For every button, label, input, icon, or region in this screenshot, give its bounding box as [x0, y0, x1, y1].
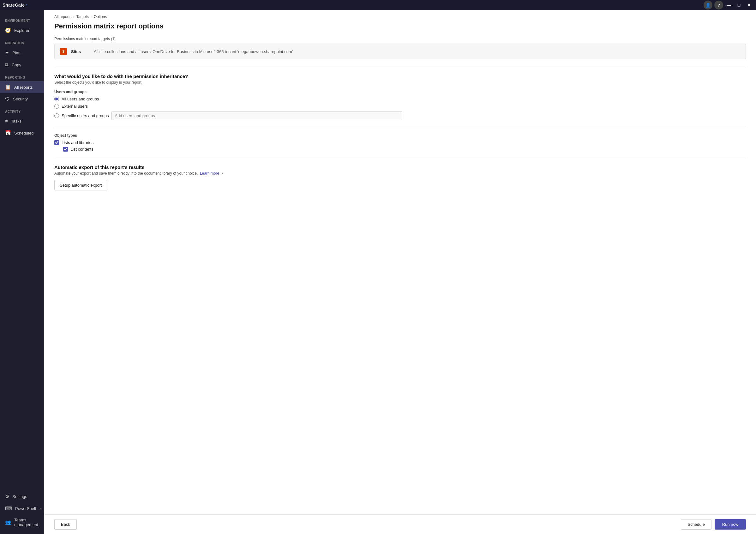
- schedule-button[interactable]: Schedule: [681, 519, 711, 530]
- radio-specific-row: Specific users and groups: [54, 111, 746, 120]
- tasks-icon: ≡: [5, 119, 8, 124]
- help-icon-btn[interactable]: ?: [714, 1, 723, 10]
- security-icon: 🛡: [5, 96, 10, 102]
- logo-text: ShareGate: [3, 3, 25, 8]
- breadcrumb-targets[interactable]: Targets: [76, 14, 89, 19]
- plan-icon: ✦: [5, 50, 9, 56]
- activity-section-label: Activity: [0, 105, 44, 115]
- radio-all-users-input[interactable]: [54, 97, 59, 101]
- settings-icon: ⚙: [5, 494, 9, 499]
- radio-specific-label: Specific users and groups: [62, 113, 109, 118]
- export-subtext: Automate your export and save them direc…: [54, 171, 746, 175]
- logo-dot: ·: [26, 2, 27, 9]
- run-now-button[interactable]: Run now: [715, 519, 746, 530]
- back-button[interactable]: Back: [54, 519, 77, 530]
- page-title: Permission matrix report options: [54, 22, 746, 30]
- office-icon-square: S: [60, 48, 67, 55]
- target-desc: All site collections and all users' OneD…: [94, 49, 293, 54]
- title-bar: ShareGate· 👤 ? — □ ✕: [0, 0, 756, 10]
- radio-all-users-label: All users and groups: [62, 97, 99, 101]
- breadcrumb-sep-1: ›: [73, 15, 74, 19]
- footer-right: Schedule Run now: [681, 519, 746, 530]
- footer: Back Schedule Run now: [44, 515, 756, 534]
- environment-section-label: Environment: [0, 14, 44, 24]
- sidebar-settings-label: Settings: [12, 494, 27, 499]
- add-users-input[interactable]: [112, 111, 402, 120]
- account-icon-btn[interactable]: 👤: [704, 1, 713, 10]
- breadcrumb: All reports › Targets › Options: [44, 10, 756, 22]
- sidebar-tasks-label: Tasks: [11, 119, 21, 123]
- title-bar-icons: 👤 ?: [704, 1, 723, 10]
- inheritance-subtext: Select the objects you'd like to display…: [54, 80, 746, 85]
- reporting-section-label: Reporting: [0, 71, 44, 81]
- checkbox-lists-label: Lists and libraries: [62, 140, 94, 145]
- sidebar-plan-label: Plan: [12, 50, 20, 55]
- object-types-label: Object types: [54, 133, 746, 138]
- restore-button[interactable]: □: [735, 1, 743, 10]
- close-button[interactable]: ✕: [744, 1, 753, 10]
- sidebar-powershell-label: PowerShell: [15, 506, 36, 511]
- breadcrumb-current: Options: [94, 14, 107, 19]
- radio-external-users[interactable]: External users: [54, 104, 746, 109]
- sidebar-bottom: ⚙ Settings ⌨ PowerShell ↗ 👥 Teams manage…: [0, 491, 44, 534]
- radio-specific-users[interactable]: Specific users and groups: [54, 113, 109, 118]
- radio-specific-input[interactable]: [54, 113, 59, 118]
- office-icon: S: [60, 48, 67, 55]
- sidebar-all-reports-label: All reports: [14, 85, 33, 90]
- scheduled-icon: 📅: [5, 130, 11, 136]
- divider-2: [54, 127, 746, 127]
- sidebar-explorer-label: Explorer: [14, 28, 29, 33]
- target-row: S Sites All site collections and all use…: [54, 43, 746, 59]
- sidebar-item-teams[interactable]: 👥 Teams management: [0, 515, 44, 530]
- window-controls: 👤 ? — □ ✕: [704, 1, 753, 10]
- sidebar-item-all-reports[interactable]: 📋 All reports: [0, 81, 44, 93]
- sidebar-item-security[interactable]: 🛡 Security: [0, 93, 44, 105]
- external-link-icon: ↗: [220, 172, 223, 175]
- export-subtext-text: Automate your export and save them direc…: [54, 171, 198, 175]
- inheritance-heading: What would you like to do with the permi…: [54, 73, 746, 79]
- checkbox-list-contents[interactable]: List contents: [63, 147, 746, 151]
- teams-icon: 👥: [5, 520, 11, 525]
- target-name: Sites: [71, 49, 90, 54]
- sidebar-item-settings[interactable]: ⚙ Settings: [0, 491, 44, 502]
- sidebar-item-copy[interactable]: ⧉ Copy: [0, 59, 44, 71]
- setup-automatic-export-button[interactable]: Setup automatic export: [54, 180, 107, 190]
- checkbox-lists[interactable]: Lists and libraries: [54, 140, 746, 145]
- sidebar-security-label: Security: [13, 97, 28, 101]
- sidebar-item-plan[interactable]: ✦ Plan: [0, 47, 44, 59]
- powershell-icon: ⌨: [5, 506, 12, 511]
- copy-icon: ⧉: [5, 62, 9, 67]
- export-heading: Automatic export of this report's result…: [54, 165, 746, 170]
- sidebar-item-scheduled[interactable]: 📅 Scheduled: [0, 127, 44, 139]
- app-shell: Environment 🧭 Explorer Migration ✦ Plan …: [0, 10, 756, 534]
- targets-section-label: Permissions matrix report targets (1): [54, 37, 746, 41]
- powershell-external-icon: ↗: [39, 507, 42, 510]
- sidebar-scheduled-label: Scheduled: [14, 131, 34, 135]
- main-content: All reports › Targets › Options Permissi…: [44, 10, 756, 534]
- divider-3: [54, 158, 746, 158]
- sidebar-item-powershell[interactable]: ⌨ PowerShell ↗: [0, 502, 44, 515]
- sidebar: Environment 🧭 Explorer Migration ✦ Plan …: [0, 10, 44, 534]
- checkbox-list-contents-input[interactable]: [63, 147, 68, 151]
- users-groups-label: Users and groups: [54, 90, 746, 94]
- radio-external-input[interactable]: [54, 104, 59, 109]
- migration-section-label: Migration: [0, 36, 44, 47]
- explorer-icon: 🧭: [5, 27, 11, 33]
- radio-external-label: External users: [62, 104, 88, 109]
- minimize-button[interactable]: —: [724, 1, 733, 10]
- all-reports-icon: 📋: [5, 84, 11, 90]
- checkbox-list-contents-label: List contents: [70, 147, 94, 151]
- radio-all-users[interactable]: All users and groups: [54, 97, 746, 101]
- sidebar-teams-label: Teams management: [14, 518, 39, 527]
- sidebar-item-explorer[interactable]: 🧭 Explorer: [0, 24, 44, 36]
- learn-more-link[interactable]: Learn more: [200, 171, 219, 175]
- sidebar-item-tasks[interactable]: ≡ Tasks: [0, 115, 44, 127]
- scroll-area: Permission matrix report options Permiss…: [44, 22, 756, 515]
- app-logo: ShareGate·: [3, 2, 27, 9]
- sidebar-copy-label: Copy: [12, 63, 21, 67]
- checkbox-lists-input[interactable]: [54, 140, 59, 145]
- divider-1: [54, 67, 746, 67]
- breadcrumb-sep-2: ›: [91, 15, 92, 19]
- breadcrumb-all-reports[interactable]: All reports: [54, 14, 71, 19]
